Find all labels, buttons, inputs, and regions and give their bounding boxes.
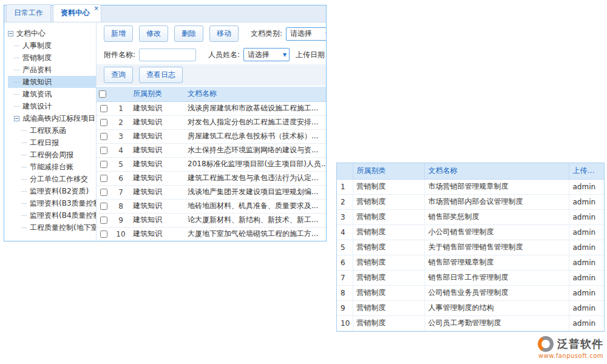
side-table-body: 1营销制度市场营销部管理规章制度admin2营销制度市场营销部内部会议管理制度a… [337,179,604,331]
row-number: 6 [111,171,131,185]
close-icon[interactable]: × [94,5,99,12]
tree-item[interactable]: 工程日报 [8,136,96,149]
row-checkbox[interactable] [100,105,107,112]
row-category: 建筑知识 [131,157,185,171]
data-center-window: 日常工作 资料中心 × 文档中心 人事制度营销制度产品资料建筑知识建筑资讯建筑设… [4,5,327,241]
fanpu-logo: 泛普软件 www.fanpusoft.com [538,336,603,359]
tree-root-project[interactable]: 成渝高铁内江标段项目 [8,112,96,124]
row-uploader: admin [569,240,604,255]
tree-item[interactable]: 产品资料 [8,64,96,76]
tree-item[interactable]: 节能减排台账 [8,161,96,173]
row-category: 建筑知识 [131,227,185,241]
row-number: 5 [111,157,131,171]
tree-item[interactable]: 工程联系函 [8,124,96,136]
side-table-row[interactable]: 6营销制度销售部管理规章制度admin [337,255,604,270]
collapse-icon[interactable] [8,31,13,36]
row-uploader: admin [569,255,604,270]
row-checkbox-cell [97,143,111,157]
side-table-row[interactable]: 1营销制度市场营销部管理规章制度admin [337,179,604,194]
doc-table-row[interactable]: 9建筑知识论大厦新材料、新结构、新技术、新工... [97,213,326,227]
tab-daily-work[interactable]: 日常工作 [6,4,51,22]
query-button[interactable]: 查询 [104,67,133,83]
row-number: 7 [111,185,131,199]
category-header: 所属别类 [353,163,424,179]
doc-name-header: 文档名称 [185,87,326,101]
marketing-docs-panel: 所属别类 文档名称 上传… 1营销制度市场营销部管理规章制度admin2营销制度… [336,163,605,332]
tree-item[interactable]: 监理资料(B2资质) [8,185,96,197]
row-number: 9 [337,300,353,315]
row-checkbox[interactable] [100,217,107,224]
doc-table-row[interactable]: 6建筑知识建筑工程施工发包与承包违法行为认定... [97,171,326,185]
row-doc-name: 房屋建筑工程总承包投标书（技术标）... [185,129,326,143]
row-checkbox[interactable] [100,175,107,182]
row-doc-name: 浅谈地产集团开发建设项目监理规划编... [185,185,326,199]
doc-table-row[interactable]: 4建筑知识水土保持生态环境监测网络的建设与资... [97,143,326,157]
tree-item[interactable]: 工程质量控制(地下室) [8,221,96,234]
row-checkbox[interactable] [100,119,107,126]
tree-item[interactable]: 营销制度 [8,52,96,64]
row-checkbox[interactable] [100,203,107,210]
filter-row: 附件名称: 人员姓名: 请选择 ▼ 上传日期 [97,45,326,64]
side-table-row[interactable]: 10营销制度公司员工考勤管理制度admin [337,315,604,331]
tree-item[interactable]: 监理资料(B4质量控制) [8,209,96,221]
row-category: 建筑知识 [131,101,185,115]
row-doc-name: 销售部奖惩制度 [424,209,569,224]
doc-table-row[interactable]: 8建筑知识地砖地面材料、机具准备、质量要求及... [97,199,326,213]
doc-table-row[interactable]: 3建筑知识房屋建筑工程总承包投标书（技术标）... [97,129,326,143]
num-header [337,163,353,179]
select-all-checkbox[interactable] [99,90,106,98]
add-button[interactable]: 新增 [104,25,133,42]
attachment-name-label: 附件名称: [104,50,135,60]
modify-button[interactable]: 修改 [139,25,168,42]
select-value: 请选择 [248,50,270,60]
row-checkbox-cell [97,157,111,171]
person-select[interactable]: 请选择 ▼ [243,48,290,61]
row-doc-name: 地砖地面材料、机具准备、质量要求及... [185,199,326,213]
row-category: 营销制度 [353,315,424,331]
row-doc-name: 对发包人指定分包的工程施工进度安排... [185,115,326,129]
doc-type-label: 文档类别: [251,29,282,39]
doc-table-row[interactable]: 2建筑知识对发包人指定分包的工程施工进度安排... [97,115,326,129]
side-table-row[interactable]: 2营销制度市场营销部内部会议管理制度admin [337,194,604,209]
tab-data-center[interactable]: 资料中心 × [53,4,101,22]
tree-item[interactable]: 监理资料(B3质量控制) [8,197,96,209]
tree-item[interactable]: 建筑知识 [8,76,96,88]
document-tree: 文档中心 人事制度营销制度产品资料建筑知识建筑资讯建筑设计 成渝高铁内江标段项目… [4,22,97,241]
attachment-name-input[interactable] [139,49,196,61]
side-table-row[interactable]: 4营销制度小公司销售管理制度admin [337,224,604,240]
tree-item[interactable]: 工程例会周报 [8,149,96,161]
row-checkbox[interactable] [100,147,107,154]
doc-type-select[interactable]: 请选择 ▼ [286,27,326,41]
row-checkbox[interactable] [100,189,107,196]
collapse-icon[interactable] [14,116,19,121]
tree-item[interactable]: 建筑资讯 [8,88,96,100]
view-log-button[interactable]: 查看日志 [139,67,183,83]
delete-button[interactable]: 删除 [174,25,203,42]
side-table-row[interactable]: 3营销制度销售部奖惩制度admin [337,209,604,224]
tree-item[interactable]: 建筑设计 [8,100,96,112]
row-category: 建筑知识 [131,171,185,185]
doc-table-row[interactable]: 1建筑知识浅谈房屋建筑和市政基础设施工程施工... [97,101,326,115]
side-table-row[interactable]: 9营销制度人事管理制度的结构admin [337,300,604,315]
row-checkbox-cell [97,213,111,227]
doc-table-row[interactable]: 7建筑知识浅谈地产集团开发建设项目监理规划编... [97,185,326,199]
row-checkbox[interactable] [100,231,107,238]
tab-label: 日常工作 [14,8,43,17]
tree-item[interactable]: 人事制度 [8,39,96,52]
row-uploader: admin [569,194,604,209]
side-table-row[interactable]: 8营销制度公司销售业务员管理制度admin [337,285,604,300]
row-checkbox[interactable] [100,161,107,168]
tree-item[interactable]: 分工单位工作移交 [8,173,96,185]
tree-root-doc-center[interactable]: 文档中心 [8,27,96,39]
doc-table-row[interactable]: 10建筑知识大厦地下室加气砼墙砌筑工程的施工方... [97,227,326,241]
row-category: 建筑知识 [131,213,185,227]
side-table-row[interactable]: 5营销制度关于销售部管理销售管理制度admin [337,240,604,255]
doc-table-row[interactable]: 5建筑知识2018标准化监理项目部(业主项目部)人员... [97,157,326,171]
move-button[interactable]: 移动 [209,25,239,42]
chevron-down-icon: ▼ [325,31,326,36]
row-checkbox-cell [97,129,111,143]
row-checkbox[interactable] [100,133,107,140]
row-doc-name: 建筑工程施工发包与承包违法行为认定... [185,171,326,185]
row-category: 营销制度 [353,240,424,255]
side-table-row[interactable]: 7营销制度销售部日常工作管理制度admin [337,270,604,285]
